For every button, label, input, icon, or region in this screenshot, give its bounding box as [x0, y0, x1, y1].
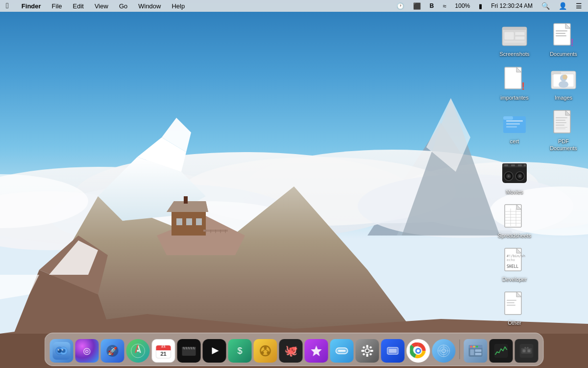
- svg-text:🐙: 🐙: [284, 344, 298, 357]
- svg-rect-63: [506, 120, 523, 122]
- svg-rect-27: [186, 218, 192, 225]
- cert-label: cert: [510, 138, 519, 145]
- documents-icon[interactable]: ! Documents: [544, 20, 583, 59]
- svg-line-138: [266, 349, 269, 351]
- dock-gpu-monitor[interactable]: [515, 339, 539, 363]
- icon-row-5: Spreadsheets: [490, 201, 588, 241]
- bluetooth-icon[interactable]: B: [428, 2, 436, 9]
- svg-text:SHELL: SHELL: [507, 264, 518, 269]
- svg-rect-77: [511, 164, 515, 166]
- svg-rect-71: [556, 125, 564, 126]
- movies-icon[interactable]: Movies: [495, 158, 534, 197]
- images-icon[interactable]: Images: [544, 63, 583, 103]
- dock-launchpad[interactable]: 🚀: [101, 339, 124, 363]
- svg-rect-154: [389, 349, 397, 353]
- cert-icon[interactable]: cert: [495, 107, 534, 153]
- menu-edit[interactable]: Edit: [71, 2, 86, 10]
- app-name[interactable]: Finder: [20, 2, 43, 10]
- svg-rect-152: [369, 353, 372, 356]
- other-icon-image: [501, 290, 528, 318]
- svg-rect-150: [369, 346, 372, 349]
- svg-rect-43: [515, 32, 525, 35]
- svg-rect-50: [556, 35, 566, 36]
- menu-window[interactable]: Window: [136, 2, 163, 10]
- svg-text:echo: echo: [507, 258, 515, 262]
- airplay-icon[interactable]: ⬛: [411, 2, 423, 10]
- screenshots-icon-image: [501, 22, 528, 49]
- svg-rect-76: [504, 164, 508, 166]
- spreadsheets-icon-image: [501, 203, 528, 231]
- svg-rect-147: [362, 350, 365, 352]
- dock-calendar[interactable]: 21 21: [152, 339, 175, 363]
- dock-iina[interactable]: [203, 339, 226, 363]
- menu-view[interactable]: View: [93, 2, 110, 10]
- svg-rect-49: [556, 33, 565, 34]
- screenshots-label: Screenshots: [499, 51, 529, 57]
- menubar-left:  Finder File Edit View Go Window Help: [4, 1, 187, 10]
- dock-system-preferences[interactable]: [356, 339, 379, 363]
- svg-rect-148: [370, 350, 373, 352]
- spreadsheets-icon[interactable]: Spreadsheets: [495, 201, 534, 241]
- control-center-icon[interactable]: ☰: [574, 2, 584, 10]
- other-icon[interactable]: Other: [495, 289, 534, 328]
- svg-text:21: 21: [160, 351, 166, 357]
- dock-network-radar[interactable]: [432, 339, 456, 363]
- svg-point-134: [264, 346, 267, 349]
- svg-rect-79: [524, 164, 526, 166]
- developer-icon[interactable]: SHELL #!/bin/sh echo Developer: [495, 245, 534, 285]
- dock-gitup[interactable]: [254, 339, 277, 363]
- battery-icon: ▮: [477, 2, 484, 10]
- screenshots-folder-icon[interactable]: Screenshots: [495, 20, 534, 59]
- dock-activity-monitor[interactable]: [490, 339, 513, 363]
- developer-icon-image: SHELL #!/bin/sh echo: [501, 247, 528, 274]
- dock-claquette[interactable]: [177, 339, 201, 363]
- svg-point-59: [559, 81, 568, 88]
- svg-marker-140: [311, 345, 322, 356]
- icon-row-4: Movies: [490, 158, 588, 197]
- icon-row-2: ! importantes Images: [490, 63, 588, 103]
- svg-rect-72: [556, 127, 567, 128]
- time-machine-icon[interactable]: 🕐: [394, 2, 406, 10]
- dock-pock[interactable]: [330, 339, 354, 363]
- menu-file[interactable]: File: [50, 2, 64, 10]
- svg-point-60: [563, 75, 567, 79]
- documents-label: Documents: [550, 51, 577, 57]
- wifi-icon[interactable]: ≈: [441, 2, 448, 10]
- menu-help[interactable]: Help: [170, 2, 187, 10]
- dock-safari[interactable]: [126, 339, 150, 363]
- search-icon[interactable]: 🔍: [539, 2, 552, 10]
- apple-menu[interactable]: : [4, 1, 11, 10]
- svg-rect-44: [515, 36, 525, 40]
- importantes-icon[interactable]: ! importantes: [495, 63, 534, 103]
- dock-finder-window[interactable]: [464, 339, 488, 363]
- datetime[interactable]: Fri 12:30:24 AM: [489, 2, 535, 9]
- svg-point-85: [519, 175, 521, 177]
- dock-github[interactable]: 🐙: [279, 339, 303, 363]
- svg-text:#!/bin/sh: #!/bin/sh: [507, 254, 525, 258]
- dock-siri[interactable]: ◎: [75, 339, 99, 363]
- svg-rect-146: [367, 354, 368, 357]
- dock-astro[interactable]: [305, 339, 328, 363]
- svg-rect-65: [506, 126, 517, 128]
- svg-rect-68: [556, 117, 567, 118]
- svg-rect-45: [504, 41, 525, 43]
- svg-text:◎: ◎: [83, 346, 91, 356]
- dock-finder[interactable]: [50, 339, 74, 363]
- user-icon[interactable]: 👤: [557, 2, 569, 10]
- spreadsheets-label: Spreadsheets: [498, 233, 531, 239]
- menu-go[interactable]: Go: [117, 2, 129, 10]
- svg-rect-70: [556, 122, 566, 123]
- empty-slot-4: [544, 158, 583, 197]
- pdf-documents-icon[interactable]: PDF Documents: [544, 107, 583, 153]
- battery-percent[interactable]: 100%: [453, 2, 472, 9]
- dock: ◎ 🚀 21 21: [45, 333, 544, 366]
- dock-cashculator[interactable]: $: [228, 339, 252, 363]
- svg-rect-26: [176, 218, 182, 225]
- pdf-documents-label: PDF Documents: [547, 138, 580, 151]
- dock-chrome[interactable]: [407, 339, 430, 363]
- dock-deckset[interactable]: [381, 339, 405, 363]
- svg-rect-177: [528, 349, 531, 352]
- svg-rect-103: [507, 302, 514, 303]
- movies-icon-image: [501, 159, 528, 187]
- svg-rect-73: [556, 129, 565, 129]
